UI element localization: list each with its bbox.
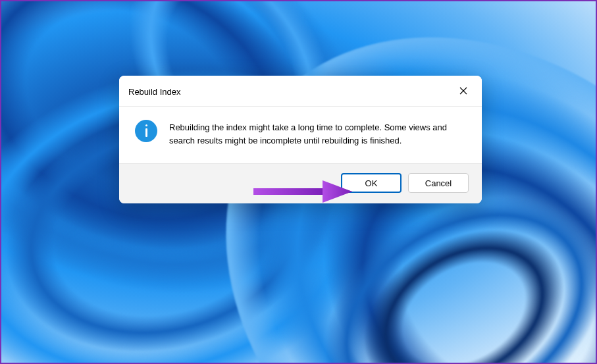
- close-icon: [459, 87, 467, 97]
- cancel-button[interactable]: Cancel: [408, 173, 469, 193]
- rebuild-index-dialog: Rebuild Index Rebuilding the index might…: [119, 76, 482, 203]
- dialog-button-bar: OK Cancel: [119, 163, 482, 203]
- dialog-title: Rebuild Index: [128, 87, 181, 97]
- info-icon: [135, 120, 157, 142]
- ok-button[interactable]: OK: [341, 173, 402, 193]
- dialog-titlebar: Rebuild Index: [119, 76, 482, 106]
- dialog-message: Rebuilding the index might take a long t…: [169, 120, 469, 147]
- close-button[interactable]: [454, 82, 473, 101]
- dialog-content: Rebuilding the index might take a long t…: [119, 107, 482, 163]
